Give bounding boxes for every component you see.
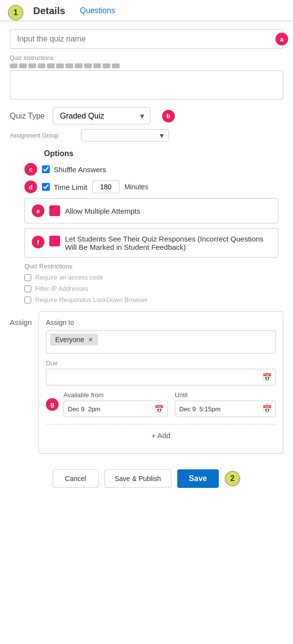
assign-to-label: Assign to xyxy=(46,319,276,326)
toolbar-btn-1[interactable] xyxy=(10,63,18,68)
due-calendar-icon[interactable]: 📅 xyxy=(262,373,272,382)
toolbar-btn-5[interactable] xyxy=(47,63,55,68)
cancel-button[interactable]: Cancel xyxy=(53,469,99,488)
assignee-tag: Everyone ✕ xyxy=(50,334,98,345)
until-label: Until xyxy=(175,391,276,399)
restriction-filter-ip-label: Filter IP Addresses xyxy=(35,285,88,292)
available-from-label: Available from xyxy=(63,391,168,399)
restriction-filter-ip-row: Filter IP Addresses xyxy=(24,285,283,292)
step-1-circle: 1 xyxy=(8,5,23,20)
assignee-everyone-label: Everyone xyxy=(55,336,84,343)
until-input[interactable] xyxy=(175,401,276,417)
due-input-wrapper: 📅 xyxy=(46,369,276,385)
toolbar-btn-9[interactable] xyxy=(84,63,92,68)
badge-d: d xyxy=(24,181,37,193)
available-from-col: Available from 📅 xyxy=(63,391,168,417)
allow-multiple-attempts-label: Allow Multiple Attempts xyxy=(65,207,140,215)
tab-questions[interactable]: Questions xyxy=(80,6,115,19)
let-students-checkbox[interactable] xyxy=(49,236,60,246)
shuffle-answers-label[interactable]: Shuffle Answers xyxy=(42,165,106,174)
assign-label: Assign xyxy=(10,311,32,454)
assignment-group-wrapper: ▼ xyxy=(81,129,169,141)
tab-details[interactable]: Details xyxy=(33,5,65,20)
save-button[interactable]: Save xyxy=(177,469,219,488)
assignment-group-row: Assignment Group ▼ xyxy=(10,129,283,141)
badge-a: a xyxy=(275,33,288,45)
step-2-circle: 2 xyxy=(225,471,240,486)
toolbar-btn-11[interactable] xyxy=(103,63,110,68)
assignment-group-label: Assignment Group xyxy=(10,132,73,139)
due-label: Due xyxy=(46,360,276,367)
add-row[interactable]: + Add xyxy=(46,424,276,446)
quiz-instructions-textarea[interactable] xyxy=(10,70,283,100)
quiz-name-input[interactable] xyxy=(10,29,283,49)
badge-e: e xyxy=(32,204,44,217)
toolbar-btn-2[interactable] xyxy=(19,63,27,68)
time-limit-row: d Time Limit Minutes xyxy=(24,181,283,193)
quiz-restrictions-label: Quiz Restrictions xyxy=(24,262,283,270)
save-and-publish-button[interactable]: Save & Publish xyxy=(105,469,171,488)
available-from-calendar-icon[interactable]: 📅 xyxy=(154,404,164,414)
quiz-type-select[interactable]: Graded Quiz Practice Quiz Graded Survey … xyxy=(53,107,150,124)
quiz-instructions-label: Quiz Instructions: xyxy=(10,55,283,61)
allow-multiple-attempts-row: e Allow Multiple Attempts xyxy=(24,198,278,223)
time-limit-input[interactable] xyxy=(92,181,120,193)
quiz-name-wrapper: a xyxy=(10,29,283,49)
assign-section: Assign Assign to Everyone ✕ Due 📅 g xyxy=(10,311,283,454)
restriction-access-code-row: Require an access code xyxy=(24,274,283,281)
assignee-remove-button[interactable]: ✕ xyxy=(88,336,93,343)
quiz-instructions-section: Quiz Instructions: xyxy=(10,55,283,100)
restriction-lockdown-row: Require Respondus LockDown Browser xyxy=(24,296,283,303)
assign-box: Assign to Everyone ✕ Due 📅 g Availa xyxy=(39,311,283,454)
restriction-access-code-label: Require an access code xyxy=(35,274,103,281)
time-limit-label[interactable]: Time Limit xyxy=(42,183,87,191)
allow-multiple-attempts-checkbox[interactable] xyxy=(49,205,60,216)
until-calendar-icon[interactable]: 📅 xyxy=(262,404,272,414)
toolbar-btn-7[interactable] xyxy=(65,63,73,68)
quiz-type-label: Quiz Type xyxy=(10,112,45,121)
badge-b: b xyxy=(162,110,175,122)
shuffle-answers-checkbox[interactable] xyxy=(42,165,50,173)
until-input-wrapper: 📅 xyxy=(175,401,276,417)
assign-to-input-area[interactable]: Everyone ✕ xyxy=(46,330,276,354)
restriction-lockdown-label: Require Respondus LockDown Browser xyxy=(35,296,148,303)
toolbar-btn-8[interactable] xyxy=(75,63,83,68)
restriction-access-code-checkbox[interactable] xyxy=(24,274,31,281)
add-label: + Add xyxy=(151,431,170,440)
assignment-group-select[interactable] xyxy=(81,129,169,141)
let-students-label: Let Students See Their Quiz Responses (I… xyxy=(65,235,271,251)
quiz-type-select-wrapper: Graded Quiz Practice Quiz Graded Survey … xyxy=(53,107,150,124)
shuffle-answers-row: c Shuffle Answers xyxy=(24,163,283,176)
toolbar-btn-10[interactable] xyxy=(93,63,101,68)
toolbar-btn-6[interactable] xyxy=(56,63,64,68)
let-students-see-row: f Let Students See Their Quiz Responses … xyxy=(24,228,278,258)
editor-toolbar xyxy=(10,63,283,68)
toolbar-btn-3[interactable] xyxy=(28,63,36,68)
quiz-type-row: Quiz Type Graded Quiz Practice Quiz Grad… xyxy=(10,107,283,124)
badge-g: g xyxy=(46,398,59,411)
page-header: 1 Details Questions xyxy=(0,0,293,21)
until-col: Until 📅 xyxy=(175,391,276,417)
available-from-input[interactable] xyxy=(63,401,168,417)
badge-f: f xyxy=(32,236,44,248)
restriction-filter-ip-checkbox[interactable] xyxy=(24,285,31,292)
availability-row: g Available from 📅 Until 📅 xyxy=(46,391,276,417)
time-limit-checkbox[interactable] xyxy=(42,183,50,191)
toolbar-btn-4[interactable] xyxy=(38,63,45,68)
time-limit-unit: Minutes xyxy=(125,183,148,191)
footer-buttons: Cancel Save & Publish Save 2 xyxy=(0,462,293,496)
toolbar-btn-12[interactable] xyxy=(112,63,120,68)
available-from-input-wrapper: 📅 xyxy=(63,401,168,417)
options-title: Options xyxy=(44,149,283,158)
restriction-lockdown-checkbox[interactable] xyxy=(24,297,31,303)
main-content: a Quiz Instructions: Quiz Type Graded Qu… xyxy=(0,21,293,462)
available-from-wrapper: g Available from 📅 xyxy=(46,391,168,417)
due-date-input[interactable] xyxy=(46,369,276,385)
badge-c: c xyxy=(24,163,37,176)
